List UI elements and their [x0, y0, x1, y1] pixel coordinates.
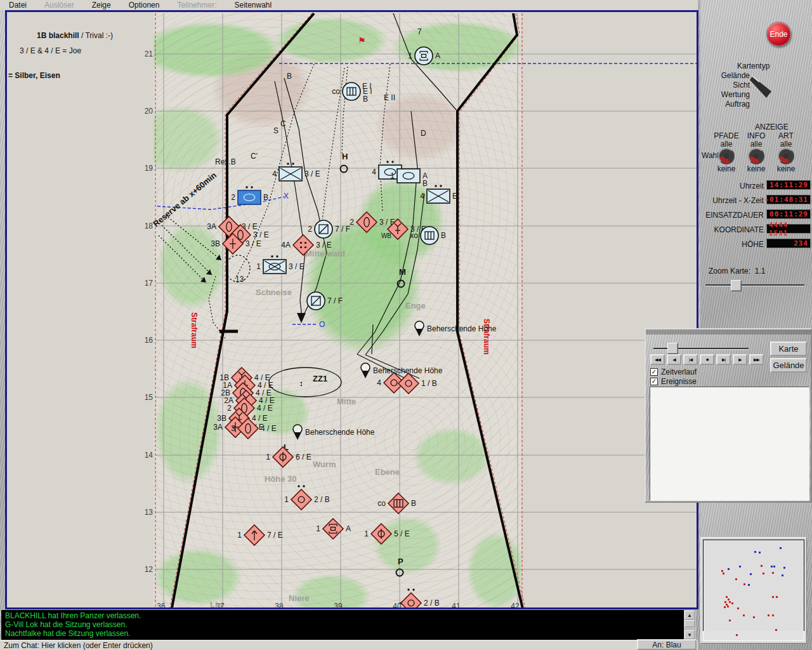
- unit-symbol[interactable]: coB: [377, 493, 416, 514]
- unit-label-left: 3B: [217, 414, 226, 423]
- unit-label-right: B: [411, 499, 416, 508]
- vcr-button-2[interactable]: |◀: [683, 354, 698, 365]
- kartentyp-option-auftrag[interactable]: Auftrag: [700, 100, 750, 109]
- unit-symbol[interactable]: 2 / B: [401, 588, 440, 609]
- unit-symbol[interactable]: 1A: [316, 519, 351, 539]
- kartentyp-pointer-knob[interactable]: [750, 69, 788, 100]
- readout-label-0: Uhrzeit: [700, 182, 764, 190]
- unit-symbol[interactable]: 12 / B: [284, 485, 329, 510]
- anzeige-keine-label[interactable]: keine: [710, 164, 742, 173]
- menu-item-optionen[interactable]: Optionen: [120, 1, 169, 10]
- chat-scroll-down-icon[interactable]: ▼: [684, 630, 695, 639]
- echelon-dot: [412, 588, 414, 590]
- anzeige-knob-info[interactable]: [748, 148, 764, 164]
- chat-status-bar[interactable]: Zum Chat: Hier klicken (oder Enter drück…: [0, 640, 698, 650]
- menu-item-seitenwahl[interactable]: Seitenwahl: [225, 1, 280, 10]
- ende-button[interactable]: Ende: [766, 22, 791, 46]
- chat-log[interactable]: BLACKHILL hat Ihren Panzer verlassen.G-V…: [1, 610, 684, 640]
- vcr-button-3[interactable]: ■: [700, 354, 714, 365]
- map-label-o: O: [319, 320, 325, 329]
- zoom-slider-thumb[interactable]: [731, 280, 742, 291]
- unit-label-left: co: [332, 87, 340, 96]
- unit-boundary: [457, 13, 523, 609]
- map-window[interactable]: 3637383940414221201918171615141312Mittel…: [5, 10, 698, 609]
- checkbox-row-zeitverlauf: ✓Zeitverlauf: [650, 368, 697, 376]
- unit-label-left: 2: [227, 404, 232, 413]
- playback-gelnde-button[interactable]: Gelände: [770, 358, 807, 373]
- playback-titlebar[interactable]: [646, 329, 811, 335]
- timeline-slider-thumb[interactable]: [667, 343, 678, 354]
- anzeige-knob-pfade[interactable]: [718, 148, 735, 164]
- anzeige-alle-label[interactable]: alle: [770, 140, 802, 149]
- unit-symbol[interactable]: 27 / F: [308, 220, 350, 238]
- echelon-dot: [251, 186, 252, 188]
- minimap-dot: [783, 567, 785, 569]
- anzeige-header: ANZEIGE: [755, 123, 789, 131]
- chat-recipient-button[interactable]: An: Blau: [637, 639, 697, 650]
- map-label-b: B: [287, 72, 292, 81]
- grid-label-x: 41: [452, 602, 461, 609]
- anzeige-knob-art[interactable]: [778, 148, 794, 164]
- unit-symbol[interactable]: 13 / E: [256, 255, 304, 274]
- unit-label-right: 3 / E: [316, 241, 332, 249]
- unit-label-right: 4 / E: [257, 404, 273, 413]
- echelon-dot: [407, 588, 409, 590]
- unit-symbol[interactable]: 16 / E: [266, 447, 311, 467]
- unit-label-right: A: [346, 524, 351, 533]
- minimap-dot: [729, 620, 731, 621]
- unit-frame: [421, 227, 438, 244]
- unit-label-left: 1: [266, 453, 270, 461]
- minimap-area[interactable]: [703, 540, 804, 632]
- minimap-dot: [728, 568, 730, 570]
- unit-label-left: 4: [377, 378, 381, 387]
- unit-label-right: 3 / E: [289, 262, 304, 271]
- vcr-button-1[interactable]: ◀: [667, 354, 681, 365]
- unit-label-left: 3A: [213, 423, 223, 432]
- route-solid: [372, 324, 373, 354]
- unit-frame: [238, 190, 261, 204]
- vcr-button-0[interactable]: ◀◀: [650, 354, 665, 365]
- unit-symbol[interactable]: 15 / E: [364, 524, 409, 544]
- playback-karte-button[interactable]: Karte: [770, 342, 807, 356]
- kartentyp-option-wertung[interactable]: Wertung: [700, 90, 750, 99]
- anzeige-alle-label[interactable]: alle: [710, 140, 742, 149]
- kartentyp-option-gelnde[interactable]: Gelände: [700, 71, 750, 80]
- zoom-slider-track[interactable]: [705, 284, 804, 286]
- event-list[interactable]: [650, 387, 809, 501]
- anzeige-alle-label[interactable]: alle: [740, 140, 772, 149]
- unit-symbol[interactable]: 17 / E: [237, 525, 282, 545]
- chat-scroll-thumb[interactable]: [684, 620, 695, 627]
- map-label-niere: Niere: [289, 594, 310, 603]
- unit-label-left: 1: [316, 524, 320, 533]
- unit-symbol[interactable]: 2B: [231, 186, 268, 204]
- minimap-dot: [771, 566, 773, 567]
- anzeige-keine-label[interactable]: keine: [770, 164, 802, 173]
- unit-symbol[interactable]: 1 / B: [398, 373, 437, 394]
- menu-item-zeige[interactable]: Zeige: [83, 1, 120, 10]
- unit-symbol[interactable]: 1A: [408, 47, 440, 65]
- anzeige-keine-label[interactable]: keine: [740, 164, 772, 173]
- vcr-button-5[interactable]: ▶: [733, 354, 747, 365]
- chat-message: G-Vill Lok hat die Sitzung verlassen.: [5, 620, 684, 629]
- vcr-button-6[interactable]: ▶▶: [749, 354, 764, 365]
- sector-limit-red-dashed: [459, 13, 526, 609]
- menu-item-datei[interactable]: Datei: [0, 1, 36, 10]
- anzeige-col-name-info: INFO: [740, 131, 772, 140]
- chat-scrollbar[interactable]: ▲ ▼: [684, 610, 696, 640]
- checkbox-ereignisse[interactable]: ✓: [650, 378, 658, 385]
- unit-label-left: 4A: [281, 241, 291, 249]
- minimap-dot: [772, 596, 774, 598]
- grid-label-x: 38: [275, 602, 284, 609]
- readout-value-3: 4444 1591: [766, 224, 811, 234]
- unit-symbol[interactable]: 43 / E: [272, 162, 320, 181]
- vcr-button-4[interactable]: ▶|: [716, 354, 731, 365]
- kartentyp-option-sicht[interactable]: Sicht: [700, 81, 750, 90]
- unit-symbol[interactable]: 7 / F: [307, 292, 343, 310]
- pin-label: Beherschende Höhe: [373, 366, 443, 375]
- unit-label-left: 2: [350, 218, 354, 227]
- minimap-window[interactable]: [700, 537, 807, 644]
- grid-label-y: 16: [145, 336, 154, 345]
- checkbox-zeitverlauf[interactable]: ✓: [650, 368, 658, 376]
- map-label-reserveabx60min: Reserve ab x+60min: [151, 170, 218, 229]
- chat-scroll-up-icon[interactable]: ▲: [684, 611, 695, 620]
